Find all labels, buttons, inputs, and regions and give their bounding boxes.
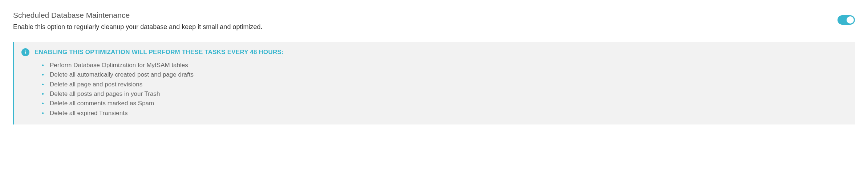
list-item: Delete all expired Transients	[42, 109, 848, 118]
setting-title: Scheduled Database Maintenance	[13, 11, 837, 20]
info-header: i ENABLING THIS OPTIMIZATION WILL PERFOR…	[21, 48, 848, 56]
toggle-knob	[847, 16, 854, 24]
info-icon: i	[21, 48, 29, 56]
info-icon-glyph: i	[25, 50, 26, 55]
enable-toggle[interactable]	[837, 15, 855, 25]
info-panel: i ENABLING THIS OPTIMIZATION WILL PERFOR…	[13, 42, 855, 124]
list-item: Delete all automatically created post an…	[42, 70, 848, 79]
info-title: ENABLING THIS OPTIMIZATION WILL PERFORM …	[35, 49, 284, 56]
header-text-block: Scheduled Database Maintenance Enable th…	[13, 11, 837, 31]
list-item: Perform Database Optimization for MyISAM…	[42, 61, 848, 70]
setting-description: Enable this option to regularly cleanup …	[13, 23, 837, 31]
settings-header: Scheduled Database Maintenance Enable th…	[13, 11, 855, 31]
list-item: Delete all posts and pages in your Trash	[42, 89, 848, 99]
task-list: Perform Database Optimization for MyISAM…	[21, 61, 848, 118]
list-item: Delete all comments marked as Spam	[42, 99, 848, 108]
list-item: Delete all page and post revisions	[42, 80, 848, 89]
